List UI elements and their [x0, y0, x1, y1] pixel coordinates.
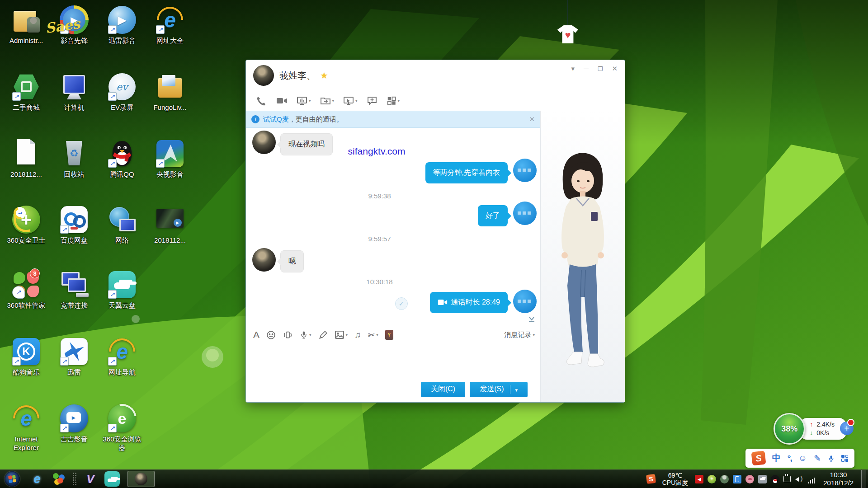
- ime-mode-toggle[interactable]: 中: [772, 452, 781, 464]
- close-icon[interactable]: [612, 65, 618, 73]
- taskbar-sogou-browser-icon[interactable]: [50, 471, 68, 487]
- self-avatar[interactable]: [513, 202, 537, 225]
- desktop-icon-jiji-yingyin[interactable]: 吉吉影音: [52, 403, 97, 444]
- tray-announcement-icon[interactable]: [695, 475, 703, 483]
- desktop-icon-ev-luping[interactable]: EV录屏: [99, 71, 145, 112]
- shortcut-arrow-icon: [108, 25, 117, 34]
- image-icon[interactable]: [333, 329, 350, 340]
- desktop-icon-ershoushangcheng[interactable]: 二手商城: [4, 71, 49, 112]
- notice-close-icon[interactable]: [529, 115, 535, 123]
- screenshot-icon[interactable]: [366, 329, 380, 341]
- punctuation-icon[interactable]: [788, 453, 792, 463]
- desktop-icon-wangzhidaohang[interactable]: 网址导航: [99, 336, 145, 377]
- handwriting-pad-icon[interactable]: [814, 453, 821, 464]
- cpu-temperature[interactable]: 69℃CPU温度: [662, 472, 689, 486]
- green-box-icon: [12, 72, 41, 101]
- tray-input-device-icon[interactable]: [783, 476, 791, 482]
- received-message: 嗯: [280, 250, 304, 272]
- desktop-icon-internet-explorer[interactable]: Internet Explorer: [4, 403, 49, 452]
- taskbar-ie-icon[interactable]: e: [28, 471, 46, 487]
- desktop-icon-tianyi-cloud[interactable]: 天翼云盘: [99, 269, 145, 310]
- font-icon[interactable]: A: [251, 328, 261, 341]
- file-transfer-icon[interactable]: [317, 94, 337, 108]
- desktop-icon-baidu-netdisk[interactable]: 百度网盘: [52, 204, 97, 245]
- tray-qq-icon[interactable]: [771, 475, 779, 483]
- desktop-icon-xunlei[interactable]: 迅雷: [52, 336, 97, 377]
- message-history-button[interactable]: 消息记录: [504, 331, 535, 339]
- desktop-icon-tencent-qq[interactable]: 腾讯QQ: [99, 138, 145, 179]
- tray-user-icon[interactable]: [720, 475, 729, 483]
- tray-360-icon[interactable]: [708, 475, 716, 483]
- message-input[interactable]: [246, 343, 540, 376]
- desktop-icon-network[interactable]: 网络: [99, 204, 145, 245]
- create-chat-icon[interactable]: [364, 94, 380, 108]
- toolbox-grid-icon[interactable]: [841, 455, 848, 462]
- desktop-icon-computer[interactable]: 计算机: [52, 71, 97, 112]
- emoji-icon[interactable]: [264, 329, 278, 341]
- qmai-link[interactable]: 试试Q麦: [263, 115, 289, 124]
- sent-message: 好了: [478, 205, 508, 226]
- start-button[interactable]: [5, 471, 20, 487]
- sogou-logo-icon[interactable]: S: [751, 451, 766, 466]
- minimize-icon[interactable]: [584, 65, 589, 73]
- sogou-ime-bar[interactable]: S 中: [745, 449, 854, 468]
- desktop-icon-wangzhidaquan[interactable]: 网址大全: [147, 5, 193, 45]
- desktop-icon-administrator[interactable]: Administr...: [4, 5, 49, 45]
- desktop-icon-yingyinxianfeng[interactable]: Saes 影音先锋: [52, 5, 97, 45]
- rollup-icon[interactable]: [571, 65, 575, 73]
- peer-avatar[interactable]: [252, 131, 276, 154]
- remote-assist-icon[interactable]: [340, 94, 360, 108]
- voice-call-icon[interactable]: [253, 94, 269, 108]
- desktop-icon-recycle-bin[interactable]: 回收站: [52, 138, 97, 179]
- tray-phone-icon[interactable]: [733, 475, 741, 483]
- desktop-icon-kugou-music[interactable]: 酷狗音乐: [4, 336, 49, 377]
- video-call-icon[interactable]: [273, 94, 290, 108]
- send-button[interactable]: 发送(S): [470, 382, 528, 397]
- scroll-to-bottom-icon[interactable]: [528, 316, 536, 325]
- desktop-icon-360-browser[interactable]: 360安全浏览器: [99, 403, 145, 452]
- red-packet-icon[interactable]: [383, 329, 395, 341]
- desktop-icon-document[interactable]: 2018112...: [4, 138, 49, 179]
- close-button[interactable]: 关闭(C): [421, 382, 465, 397]
- vip-star-icon: ★: [320, 70, 328, 81]
- memory-ball[interactable]: 38%: [774, 413, 805, 445]
- titlebar[interactable]: 莪姓李、 ★: [246, 60, 625, 91]
- taskbar-tianyi-cloud-icon[interactable]: [103, 471, 121, 487]
- apps-grid-icon[interactable]: [384, 94, 403, 108]
- handwriting-icon[interactable]: [316, 329, 330, 341]
- taskbar-clock[interactable]: 10:302018/12/2: [823, 471, 854, 487]
- desktop-icon-cctv-yingyin[interactable]: 央视影音: [147, 138, 193, 179]
- tray-pig-icon[interactable]: [745, 475, 754, 483]
- taskbar-active-chat-window[interactable]: [127, 471, 155, 487]
- self-avatar[interactable]: [513, 159, 537, 182]
- desktop-icon-video-file[interactable]: 2018112...: [147, 204, 193, 245]
- tray-network-signal-icon[interactable]: [807, 475, 816, 483]
- emoji-picker-icon[interactable]: [798, 453, 807, 463]
- desktop-icon-xunlei-yingyin[interactable]: 迅雷影音: [99, 5, 145, 45]
- taskbar-v-player-icon[interactable]: V: [81, 471, 99, 487]
- show-desktop-button[interactable]: [861, 470, 866, 488]
- tray-volume-icon[interactable]: [795, 475, 803, 483]
- shortcut-arrow-icon: [156, 25, 165, 34]
- music-icon[interactable]: [353, 329, 363, 341]
- voice-input-icon[interactable]: [828, 454, 835, 463]
- cloud-drive-icon: [108, 270, 137, 299]
- desktop-icon-broadband[interactable]: 宽带连接: [52, 269, 97, 310]
- window-shake-icon[interactable]: [281, 329, 295, 341]
- qq-show-panel[interactable]: [541, 111, 625, 402]
- maximize-icon[interactable]: [598, 65, 603, 73]
- voice-message-icon[interactable]: [298, 329, 313, 341]
- self-avatar[interactable]: [513, 290, 537, 313]
- hanging-tshirt-widget[interactable]: [557, 0, 579, 43]
- desktop-icon-fungolive[interactable]: FungoLiv...: [147, 71, 193, 112]
- tray-cloud-icon[interactable]: [758, 475, 767, 483]
- desktop-icon-360-software-manager[interactable]: 8 360软件管家: [4, 269, 49, 310]
- send-options-caret-icon[interactable]: [515, 385, 518, 394]
- screen-demo-icon[interactable]: [294, 94, 314, 108]
- net-speed-widget[interactable]: 38% ↑2.4K/s ↓0K/s +: [774, 413, 846, 445]
- peer-avatar[interactable]: [252, 248, 276, 272]
- browser-e-icon: [156, 5, 184, 34]
- peer-avatar[interactable]: [253, 65, 274, 86]
- tray-sogou-icon[interactable]: S: [646, 474, 656, 484]
- desktop-icon-360-safe[interactable]: 360安全卫士: [4, 204, 49, 245]
